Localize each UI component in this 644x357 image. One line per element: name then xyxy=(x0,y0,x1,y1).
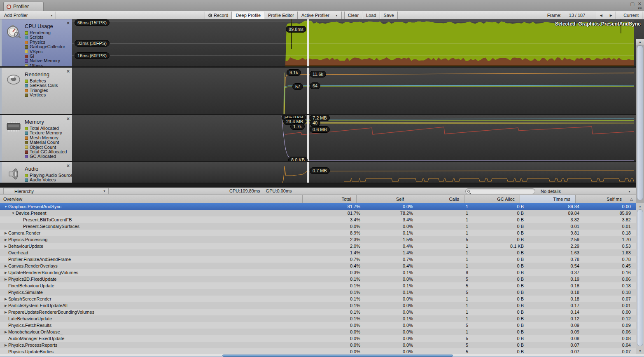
table-row[interactable]: ▶Physics.Processing2.3%1.5%50 B2.591.70 xyxy=(0,236,636,243)
table-row[interactable]: ▶Physics2D.FixedUpdate0.1%0.0%50 B0.190.… xyxy=(0,276,636,282)
column-header-calls[interactable]: Calls xyxy=(409,195,464,203)
foldout-closed-icon[interactable]: ▶ xyxy=(3,231,8,235)
column-header-self-ms[interactable]: Self ms xyxy=(575,195,627,203)
table-row[interactable]: ▶BehaviourUpdate2.0%0.4%18.1 KB2.290.53 xyxy=(0,243,636,249)
table-row[interactable]: Physics.Simulate0.1%0.1%50 B0.180.18 xyxy=(0,289,636,296)
foldout-closed-icon[interactable]: ▶ xyxy=(3,264,8,268)
foldout-open-icon[interactable]: ▼ xyxy=(3,205,8,209)
foldout-closed-icon[interactable]: ▶ xyxy=(3,304,8,308)
table-row[interactable]: ▶Physics.ProcessReports0.0%0.0%50 B0.070… xyxy=(0,342,636,348)
table-row[interactable]: ▶SplashScreenRender0.1%0.0%10 B0.180.07 xyxy=(0,296,636,302)
cpu-usage-panel[interactable]: CPU Usage ✕ RenderingScriptsPhysicsGarba… xyxy=(0,19,72,66)
table-row[interactable]: FixedBehaviourUpdate0.1%0.1%50 B0.180.18 xyxy=(0,282,636,289)
audio-panel[interactable]: Audio ✕ Playing Audio SourcesAudio Voice… xyxy=(0,162,72,183)
table-row[interactable]: ▼Device.Present81.7%78.2%10 B89.8485.99 xyxy=(0,210,636,216)
legend-item[interactable]: GarbageCollector xyxy=(25,45,65,49)
foldout-closed-icon[interactable]: ▶ xyxy=(3,310,8,314)
memory-chart[interactable]: 505.0 KB 23.4 MB 1.7k 8.0 KB 7.2 MB 40 0… xyxy=(72,115,644,161)
tab-profiler[interactable]: Profiler xyxy=(3,2,44,11)
table-row[interactable]: Present.BlitToCurrentFB3.4%3.4%10 B3.823… xyxy=(0,216,636,223)
next-frame-button[interactable]: ▶ xyxy=(606,12,616,19)
legend-color-swatch xyxy=(25,174,28,177)
rendering-panel[interactable]: Rendering ✕ BatchesSetPass CallsTriangle… xyxy=(0,68,72,114)
rendering-marker-64: 64 xyxy=(310,82,320,89)
foldout-closed-icon[interactable]: ▶ xyxy=(3,271,8,275)
table-row[interactable]: Physics.FetchResults0.0%0.0%50 B0.090.09 xyxy=(0,322,636,329)
horizontal-scrollbar-thumb[interactable] xyxy=(222,355,453,357)
current-frame-line[interactable] xyxy=(307,162,309,183)
current-frame-button[interactable]: Current xyxy=(620,12,642,19)
record-button[interactable]: Record xyxy=(205,12,232,19)
legend-item[interactable]: GC Allocated xyxy=(25,154,67,159)
table-vertical-scrollbar[interactable]: ▲ ▼ xyxy=(636,203,644,354)
column-header-total[interactable]: Total xyxy=(302,195,356,203)
legend-item[interactable]: Audio Voices xyxy=(25,178,72,182)
scroll-down-icon[interactable]: ▼ xyxy=(636,348,644,354)
foldout-closed-icon[interactable]: ▶ xyxy=(3,343,8,347)
column-header-overview[interactable]: Overview xyxy=(0,195,302,203)
window-menu-icon[interactable]: ▼≡ xyxy=(637,7,642,10)
table-row[interactable]: Physics.UpdateBodies0.0%0.0%50 B0.070.07 xyxy=(0,348,636,354)
table-row[interactable]: Profiler.FinalizeAndSendFrame0.7%0.7%10 … xyxy=(0,256,636,263)
legend-item[interactable]: Material Count xyxy=(25,140,67,145)
memory-panel[interactable]: Memory ✕ Total AllocatedTexture MemoryMe… xyxy=(0,115,72,161)
foldout-closed-icon[interactable]: ▶ xyxy=(3,277,8,281)
add-profiler-dropdown[interactable]: Add Profiler ▼ xyxy=(2,12,56,19)
cpu-panel-close-icon[interactable]: ✕ xyxy=(66,21,70,26)
view-mode-dropdown[interactable]: Hierarchy ▼ xyxy=(3,188,109,194)
foldout-closed-icon[interactable]: ▶ xyxy=(3,297,8,301)
legend-item[interactable]: Others xyxy=(25,63,65,66)
profile-editor-button[interactable]: Profile Editor xyxy=(264,12,298,19)
search-input[interactable] xyxy=(471,189,525,194)
table-scrollbar-thumb[interactable] xyxy=(637,209,643,346)
rendering-panel-close-icon[interactable]: ✕ xyxy=(66,69,70,74)
cell-self: 3.4% xyxy=(365,217,418,222)
table-row[interactable]: ▶UpdateRendererBoundingVolumes0.3%0.1%80… xyxy=(0,269,636,276)
table-row[interactable]: ▶Monobehaviour.OnMouse_0.0%0.0%10 B0.090… xyxy=(0,329,636,335)
cpu-chart[interactable]: 66ms (15FPS) 33ms (30FPS) 16ms (60FPS) 8… xyxy=(72,19,644,66)
column-header-self[interactable]: Self xyxy=(356,195,409,203)
table-row[interactable]: ▶Camera.Render8.9%0.1%10 B9.810.18 xyxy=(0,230,636,236)
close-icon[interactable]: ✕ xyxy=(638,1,642,7)
charts-scrollbar-thumb[interactable] xyxy=(637,45,643,200)
table-row[interactable]: LateBehaviourUpdate0.1%0.1%10 B0.120.12 xyxy=(0,315,636,322)
column-header-gc-alloc[interactable]: GC Alloc xyxy=(464,195,520,203)
scroll-up-icon[interactable]: ▲ xyxy=(636,203,644,209)
current-frame-line[interactable] xyxy=(307,115,309,161)
foldout-closed-icon[interactable]: ▶ xyxy=(3,244,8,248)
table-row[interactable]: ▶PrepareUpdateRendererBoundingVolumes0.1… xyxy=(0,309,636,315)
audio-chart[interactable]: 0.7 MB xyxy=(72,162,644,183)
column-header-time-ms[interactable]: Time ms xyxy=(520,195,575,203)
cpu-axis-label-16ms: 16ms (60FPS) xyxy=(75,52,110,59)
table-row[interactable]: ▶ParticleSystem.EndUpdateAll0.1%0.0%10 B… xyxy=(0,302,636,309)
rendering-chart[interactable]: 9.1k 57 11.6k 64 xyxy=(72,68,644,114)
table-horizontal-scrollbar[interactable] xyxy=(0,354,644,357)
maximize-icon[interactable]: ▢ xyxy=(630,1,634,7)
sort-direction-icon[interactable]: △ xyxy=(627,195,636,203)
table-row[interactable]: Overhead1.4%1.4%10 B1.631.63 xyxy=(0,249,636,256)
legend-item[interactable]: Vertices xyxy=(25,93,58,97)
current-frame-line[interactable] xyxy=(307,68,309,114)
charts-vertical-scrollbar[interactable]: ▲ xyxy=(636,39,644,207)
table-row[interactable]: AudioManager.FixedUpdate0.0%0.0%50 B0.08… xyxy=(0,335,636,342)
foldout-open-icon[interactable]: ▼ xyxy=(11,211,16,215)
scroll-up-icon[interactable]: ▲ xyxy=(636,39,644,45)
table-row[interactable]: Present.SecondarySurfaces0.0%0.0%10 B0.0… xyxy=(0,223,636,230)
details-dropdown[interactable]: No details ▼ xyxy=(538,188,633,195)
load-button[interactable]: Load xyxy=(362,12,380,19)
clear-button[interactable]: Clear xyxy=(344,12,362,19)
previous-frame-button[interactable]: ◀ xyxy=(596,12,606,19)
cell-calls: 1 xyxy=(418,329,473,334)
table-row[interactable]: ▼Graphics.PresentAndSync81.7%0.0%10 B89.… xyxy=(0,203,636,210)
foldout-closed-icon[interactable]: ▶ xyxy=(3,238,8,242)
cell-time: 0.78 xyxy=(529,257,584,262)
memory-panel-close-icon[interactable]: ✕ xyxy=(66,116,70,122)
current-frame-line[interactable] xyxy=(307,19,309,66)
foldout-closed-icon[interactable]: ▶ xyxy=(3,330,8,334)
table-row[interactable]: ▶Canvas.RenderOverlays0.4%0.4%10 B0.540.… xyxy=(0,263,636,269)
save-button[interactable]: Save xyxy=(380,12,398,19)
deep-profile-button[interactable]: Deep Profile xyxy=(232,12,264,19)
search-box[interactable] xyxy=(465,188,535,194)
audio-panel-close-icon[interactable]: ✕ xyxy=(66,163,70,169)
active-profiler-dropdown[interactable]: Active Profiler ▼ xyxy=(298,12,342,19)
